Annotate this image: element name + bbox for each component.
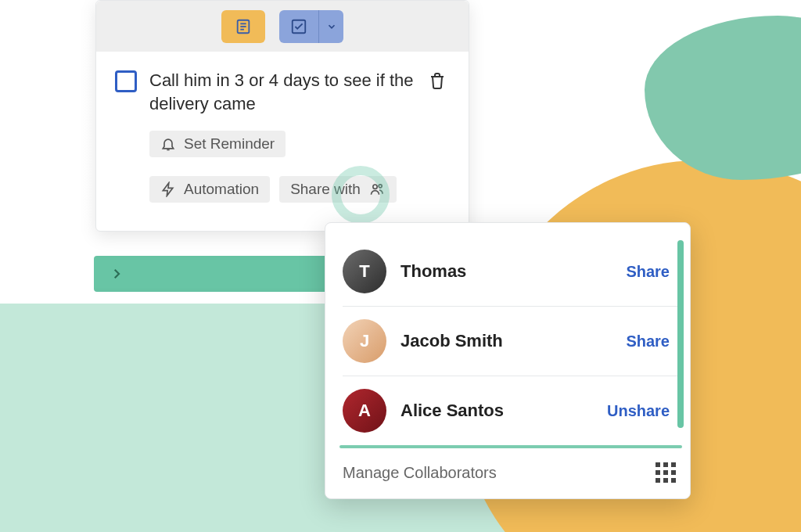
note-button[interactable] xyxy=(221,10,265,43)
set-reminder-button[interactable]: Set Reminder xyxy=(149,131,286,157)
person-name: Alice Santos xyxy=(400,401,607,421)
avatar: T xyxy=(343,250,386,293)
task-card: Call him in 3 or 4 days to see if the de… xyxy=(95,0,469,232)
trash-icon xyxy=(428,70,447,91)
share-popover: T Thomas Share J Jacob Smith Share A Ali… xyxy=(325,222,691,499)
chevron-down-icon xyxy=(326,21,337,32)
avatar: A xyxy=(343,389,386,433)
share-row: T Thomas Share xyxy=(343,237,679,307)
avatar: J xyxy=(343,319,386,363)
task-toolbar xyxy=(96,1,469,52)
automation-label: Automation xyxy=(184,181,259,198)
complete-button[interactable] xyxy=(279,10,318,43)
share-row: J Jacob Smith Share xyxy=(343,307,679,376)
share-row: A Alice Santos Unshare xyxy=(343,376,679,445)
manage-collaborators-link[interactable]: Manage Collaborators xyxy=(343,464,497,482)
highlight-halo xyxy=(332,166,390,224)
bolt-icon xyxy=(160,182,176,197)
task-checkbox[interactable] xyxy=(115,70,137,92)
task-text[interactable]: Call him in 3 or 4 days to see if the de… xyxy=(149,69,415,115)
left-fade xyxy=(0,0,94,289)
scrollbar[interactable] xyxy=(677,240,684,428)
person-name: Jacob Smith xyxy=(400,331,626,351)
person-name: Thomas xyxy=(400,261,626,282)
complete-dropdown-button[interactable] xyxy=(318,10,343,43)
chevron-right-icon xyxy=(110,267,124,281)
share-action-button[interactable]: Share xyxy=(626,263,670,281)
checkbox-icon xyxy=(290,18,307,35)
apps-grid-button[interactable] xyxy=(656,462,676,483)
unshare-action-button[interactable]: Unshare xyxy=(607,402,670,420)
automation-button[interactable]: Automation xyxy=(149,176,270,203)
note-icon xyxy=(235,18,252,35)
delete-task-button[interactable] xyxy=(428,70,450,91)
set-reminder-label: Set Reminder xyxy=(184,135,275,153)
share-action-button[interactable]: Share xyxy=(626,332,670,350)
bell-icon xyxy=(160,136,176,152)
